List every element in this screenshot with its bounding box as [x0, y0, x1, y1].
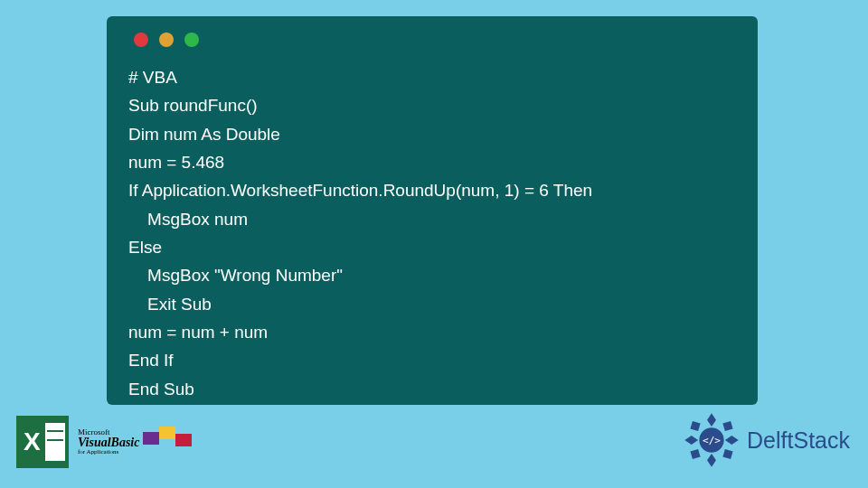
visual-basic-logo: Microsoft VisualBasic for Applications	[78, 428, 192, 455]
close-icon	[134, 33, 148, 47]
delftstack-label: DelftStack	[747, 427, 850, 454]
svg-marker-5	[722, 421, 732, 431]
delftstack-badge-icon: </>	[684, 412, 740, 468]
code-line: If Application.WorksheetFunction.RoundUp…	[128, 181, 592, 200]
code-line: End If	[128, 351, 174, 370]
vb-boxes-icon	[143, 432, 192, 445]
code-line: End Sub	[128, 380, 194, 399]
svg-marker-0	[707, 413, 716, 427]
minimize-icon	[159, 33, 174, 47]
code-block: # VBA Sub roundFunc() Dim num As Double …	[128, 63, 736, 403]
code-window: # VBA Sub roundFunc() Dim num As Double …	[107, 16, 758, 405]
svg-marker-6	[691, 449, 701, 459]
svg-marker-4	[691, 421, 701, 431]
code-line: MsgBox "Wrong Number"	[128, 266, 343, 285]
left-logo-group: Microsoft VisualBasic for Applications	[16, 416, 192, 468]
code-line: MsgBox num	[128, 210, 248, 229]
code-line: Exit Sub	[128, 295, 212, 314]
code-line: num = 5.468	[128, 153, 224, 172]
window-controls	[134, 33, 736, 47]
vb-logo-main: VisualBasic	[78, 436, 139, 449]
excel-icon	[16, 416, 69, 468]
right-logo-group: </> DelftStack	[684, 412, 850, 468]
code-line: num = num + num	[128, 323, 268, 342]
svg-marker-2	[684, 436, 698, 445]
svg-text:</>: </>	[703, 435, 721, 446]
svg-marker-1	[707, 454, 716, 467]
vb-logo-sub: for Applications	[78, 449, 139, 455]
svg-marker-3	[725, 436, 739, 445]
code-line: Dim num As Double	[128, 125, 280, 144]
code-line: Sub roundFunc()	[128, 96, 258, 115]
maximize-icon	[184, 33, 199, 47]
svg-marker-7	[722, 449, 732, 459]
code-line: # VBA	[128, 68, 177, 87]
code-line: Else	[128, 238, 162, 257]
